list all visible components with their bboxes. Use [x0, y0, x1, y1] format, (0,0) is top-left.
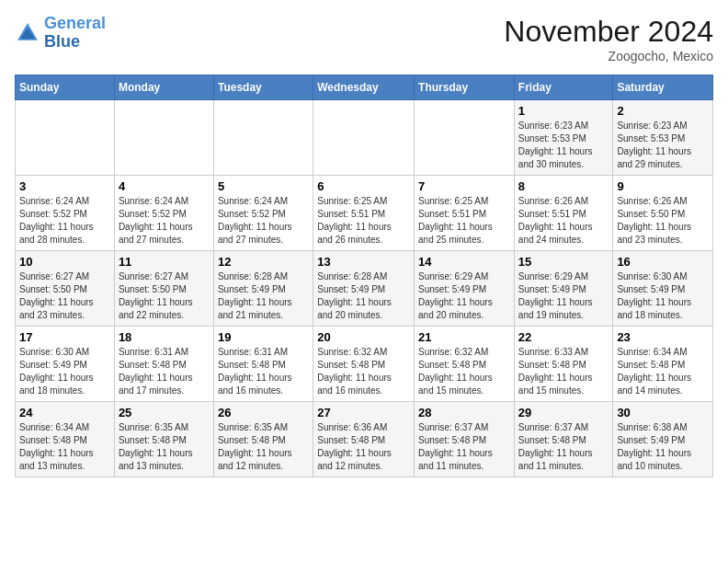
- day-info: Sunrise: 6:37 AMSunset: 5:48 PMDaylight:…: [418, 421, 510, 473]
- day-cell: 30Sunrise: 6:38 AMSunset: 5:49 PMDayligh…: [613, 402, 713, 477]
- day-number: 5: [218, 179, 309, 193]
- day-cell: 3Sunrise: 6:24 AMSunset: 5:52 PMDaylight…: [16, 176, 115, 251]
- day-number: 6: [317, 179, 410, 193]
- day-info: Sunrise: 6:30 AMSunset: 5:49 PMDaylight:…: [19, 346, 110, 397]
- week-row-3: 17Sunrise: 6:30 AMSunset: 5:49 PMDayligh…: [16, 327, 713, 402]
- day-cell: 16Sunrise: 6:30 AMSunset: 5:49 PMDayligh…: [613, 251, 713, 327]
- day-number: 11: [119, 255, 210, 269]
- day-info: Sunrise: 6:37 AMSunset: 5:48 PMDaylight:…: [518, 421, 609, 473]
- day-info: Sunrise: 6:27 AMSunset: 5:50 PMDaylight:…: [119, 270, 210, 322]
- day-number: 25: [119, 406, 210, 419]
- day-cell: 22Sunrise: 6:33 AMSunset: 5:48 PMDayligh…: [514, 327, 613, 402]
- day-cell: 11Sunrise: 6:27 AMSunset: 5:50 PMDayligh…: [114, 251, 213, 327]
- day-number: 22: [518, 330, 609, 344]
- day-info: Sunrise: 6:35 AMSunset: 5:48 PMDaylight:…: [119, 421, 210, 473]
- day-info: Sunrise: 6:31 AMSunset: 5:48 PMDaylight:…: [119, 346, 210, 397]
- day-cell: 9Sunrise: 6:26 AMSunset: 5:50 PMDaylight…: [613, 176, 713, 251]
- logo: General Blue: [15, 15, 106, 52]
- day-cell: [114, 100, 213, 176]
- day-cell: 26Sunrise: 6:35 AMSunset: 5:48 PMDayligh…: [213, 402, 313, 477]
- day-cell: [415, 100, 515, 176]
- day-cell: 5Sunrise: 6:24 AMSunset: 5:52 PMDaylight…: [213, 176, 313, 251]
- day-number: 18: [119, 330, 210, 344]
- day-info: Sunrise: 6:23 AMSunset: 5:53 PMDaylight:…: [617, 120, 709, 171]
- day-info: Sunrise: 6:26 AMSunset: 5:50 PMDaylight:…: [617, 195, 709, 247]
- day-number: 24: [19, 406, 110, 419]
- day-info: Sunrise: 6:26 AMSunset: 5:51 PMDaylight:…: [518, 195, 609, 247]
- day-number: 10: [19, 255, 110, 269]
- calendar-table: SundayMondayTuesdayWednesdayThursdayFrid…: [15, 75, 713, 477]
- day-number: 19: [218, 330, 309, 344]
- weekday-header-saturday: Saturday: [613, 75, 713, 100]
- weekday-header-row: SundayMondayTuesdayWednesdayThursdayFrid…: [16, 75, 713, 100]
- day-number: 21: [418, 330, 510, 344]
- day-cell: 29Sunrise: 6:37 AMSunset: 5:48 PMDayligh…: [514, 402, 613, 477]
- day-info: Sunrise: 6:34 AMSunset: 5:48 PMDaylight:…: [617, 346, 709, 397]
- month-title: November 2024: [504, 15, 713, 49]
- day-number: 30: [617, 406, 709, 419]
- day-cell: 23Sunrise: 6:34 AMSunset: 5:48 PMDayligh…: [613, 327, 713, 402]
- day-info: Sunrise: 6:25 AMSunset: 5:51 PMDaylight:…: [418, 195, 510, 247]
- day-info: Sunrise: 6:28 AMSunset: 5:49 PMDaylight:…: [317, 270, 410, 322]
- weekday-header-monday: Monday: [114, 75, 213, 100]
- day-info: Sunrise: 6:38 AMSunset: 5:49 PMDaylight:…: [617, 421, 709, 473]
- day-number: 13: [317, 255, 410, 269]
- day-cell: 19Sunrise: 6:31 AMSunset: 5:48 PMDayligh…: [213, 327, 313, 402]
- page-header: General Blue November 2024 Zoogocho, Mex…: [15, 15, 713, 63]
- week-row-1: 3Sunrise: 6:24 AMSunset: 5:52 PMDaylight…: [16, 176, 713, 251]
- day-info: Sunrise: 6:35 AMSunset: 5:48 PMDaylight:…: [218, 421, 309, 473]
- day-info: Sunrise: 6:23 AMSunset: 5:53 PMDaylight:…: [518, 120, 609, 171]
- week-row-4: 24Sunrise: 6:34 AMSunset: 5:48 PMDayligh…: [16, 402, 713, 477]
- day-cell: 25Sunrise: 6:35 AMSunset: 5:48 PMDayligh…: [114, 402, 213, 477]
- day-number: 17: [19, 330, 110, 344]
- day-cell: 14Sunrise: 6:29 AMSunset: 5:49 PMDayligh…: [415, 251, 515, 327]
- day-cell: [313, 100, 415, 176]
- day-cell: 8Sunrise: 6:26 AMSunset: 5:51 PMDaylight…: [514, 176, 613, 251]
- day-cell: 10Sunrise: 6:27 AMSunset: 5:50 PMDayligh…: [16, 251, 115, 327]
- location-subtitle: Zoogocho, Mexico: [504, 49, 713, 63]
- day-number: 15: [518, 255, 609, 269]
- day-info: Sunrise: 6:28 AMSunset: 5:49 PMDaylight:…: [218, 270, 309, 322]
- day-number: 23: [617, 330, 709, 344]
- day-number: 1: [518, 104, 609, 118]
- weekday-header-sunday: Sunday: [16, 75, 115, 100]
- day-number: 4: [119, 179, 210, 193]
- day-number: 8: [518, 179, 609, 193]
- day-number: 27: [317, 406, 410, 419]
- day-cell: 17Sunrise: 6:30 AMSunset: 5:49 PMDayligh…: [16, 327, 115, 402]
- day-cell: 28Sunrise: 6:37 AMSunset: 5:48 PMDayligh…: [415, 402, 515, 477]
- day-info: Sunrise: 6:29 AMSunset: 5:49 PMDaylight:…: [418, 270, 510, 322]
- week-row-2: 10Sunrise: 6:27 AMSunset: 5:50 PMDayligh…: [16, 251, 713, 327]
- day-number: 9: [617, 179, 709, 193]
- day-cell: 12Sunrise: 6:28 AMSunset: 5:49 PMDayligh…: [213, 251, 313, 327]
- day-number: 7: [418, 179, 510, 193]
- week-row-0: 1Sunrise: 6:23 AMSunset: 5:53 PMDaylight…: [16, 100, 713, 176]
- day-number: 20: [317, 330, 410, 344]
- day-cell: 27Sunrise: 6:36 AMSunset: 5:48 PMDayligh…: [313, 402, 415, 477]
- day-cell: 1Sunrise: 6:23 AMSunset: 5:53 PMDaylight…: [514, 100, 613, 176]
- day-number: 29: [518, 406, 609, 419]
- day-info: Sunrise: 6:34 AMSunset: 5:48 PMDaylight:…: [19, 421, 110, 473]
- day-info: Sunrise: 6:32 AMSunset: 5:48 PMDaylight:…: [418, 346, 510, 397]
- day-info: Sunrise: 6:24 AMSunset: 5:52 PMDaylight:…: [19, 195, 110, 247]
- day-number: 26: [218, 406, 309, 419]
- day-cell: [213, 100, 313, 176]
- weekday-header-tuesday: Tuesday: [213, 75, 313, 100]
- day-info: Sunrise: 6:29 AMSunset: 5:49 PMDaylight:…: [518, 270, 609, 322]
- day-cell: 4Sunrise: 6:24 AMSunset: 5:52 PMDaylight…: [114, 176, 213, 251]
- weekday-header-wednesday: Wednesday: [313, 75, 415, 100]
- logo-text: General Blue: [44, 15, 106, 52]
- day-cell: 7Sunrise: 6:25 AMSunset: 5:51 PMDaylight…: [415, 176, 515, 251]
- day-info: Sunrise: 6:27 AMSunset: 5:50 PMDaylight:…: [19, 270, 110, 322]
- day-cell: 15Sunrise: 6:29 AMSunset: 5:49 PMDayligh…: [514, 251, 613, 327]
- day-cell: [16, 100, 115, 176]
- day-number: 16: [617, 255, 709, 269]
- day-cell: 13Sunrise: 6:28 AMSunset: 5:49 PMDayligh…: [313, 251, 415, 327]
- day-cell: 21Sunrise: 6:32 AMSunset: 5:48 PMDayligh…: [415, 327, 515, 402]
- day-info: Sunrise: 6:24 AMSunset: 5:52 PMDaylight:…: [218, 195, 309, 247]
- day-cell: 6Sunrise: 6:25 AMSunset: 5:51 PMDaylight…: [313, 176, 415, 251]
- title-block: November 2024 Zoogocho, Mexico: [504, 15, 713, 63]
- day-info: Sunrise: 6:25 AMSunset: 5:51 PMDaylight:…: [317, 195, 410, 247]
- weekday-header-friday: Friday: [514, 75, 613, 100]
- day-cell: 18Sunrise: 6:31 AMSunset: 5:48 PMDayligh…: [114, 327, 213, 402]
